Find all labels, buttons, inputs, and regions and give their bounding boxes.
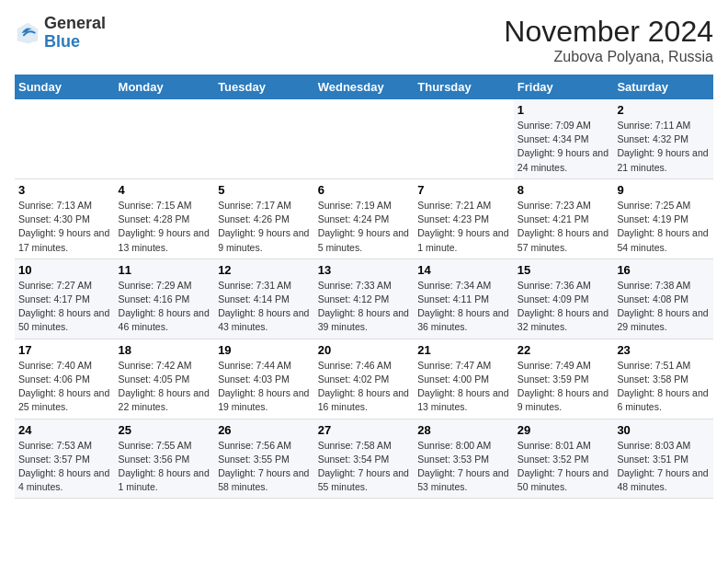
day-number: 11 xyxy=(119,263,211,277)
day-info: Sunrise: 7:29 AM Sunset: 4:16 PM Dayligh… xyxy=(119,279,211,335)
calendar-table: Sunday Monday Tuesday Wednesday Thursday… xyxy=(15,75,713,499)
day-number: 29 xyxy=(518,423,610,437)
day-info: Sunrise: 7:27 AM Sunset: 4:17 PM Dayligh… xyxy=(18,279,111,335)
day-info: Sunrise: 7:56 AM Sunset: 3:55 PM Dayligh… xyxy=(218,439,311,495)
day-number: 23 xyxy=(617,343,710,357)
table-row: 27Sunrise: 7:58 AM Sunset: 3:54 PM Dayli… xyxy=(314,419,415,499)
day-number: 16 xyxy=(617,263,710,277)
day-info: Sunrise: 7:51 AM Sunset: 3:58 PM Dayligh… xyxy=(617,359,710,415)
table-row: 7Sunrise: 7:21 AM Sunset: 4:23 PM Daylig… xyxy=(414,178,514,259)
day-info: Sunrise: 7:38 AM Sunset: 4:08 PM Dayligh… xyxy=(617,279,710,335)
day-info: Sunrise: 7:34 AM Sunset: 4:11 PM Dayligh… xyxy=(417,279,510,335)
table-row: 25Sunrise: 7:55 AM Sunset: 3:56 PM Dayli… xyxy=(115,419,215,499)
table-row: 8Sunrise: 7:23 AM Sunset: 4:21 PM Daylig… xyxy=(514,178,614,259)
day-number: 26 xyxy=(218,423,311,437)
day-info: Sunrise: 7:33 AM Sunset: 4:12 PM Dayligh… xyxy=(318,279,411,335)
table-row: 23Sunrise: 7:51 AM Sunset: 3:58 PM Dayli… xyxy=(613,339,713,419)
day-number: 19 xyxy=(218,343,311,357)
table-row: 4Sunrise: 7:15 AM Sunset: 4:28 PM Daylig… xyxy=(115,178,215,259)
table-row xyxy=(214,99,314,178)
day-info: Sunrise: 7:11 AM Sunset: 4:32 PM Dayligh… xyxy=(617,119,710,175)
month-title: November 2024 xyxy=(504,15,713,49)
table-row: 5Sunrise: 7:17 AM Sunset: 4:26 PM Daylig… xyxy=(214,178,314,259)
table-row: 3Sunrise: 7:13 AM Sunset: 4:30 PM Daylig… xyxy=(15,178,115,259)
day-number: 12 xyxy=(218,263,311,277)
day-number: 13 xyxy=(318,263,411,277)
day-info: Sunrise: 7:36 AM Sunset: 4:09 PM Dayligh… xyxy=(518,279,610,335)
day-info: Sunrise: 7:21 AM Sunset: 4:23 PM Dayligh… xyxy=(417,199,510,255)
day-number: 17 xyxy=(18,343,111,357)
table-row: 6Sunrise: 7:19 AM Sunset: 4:24 PM Daylig… xyxy=(314,178,415,259)
day-number: 22 xyxy=(518,343,610,357)
table-row: 2Sunrise: 7:11 AM Sunset: 4:32 PM Daylig… xyxy=(613,99,713,178)
day-number: 10 xyxy=(18,263,111,277)
day-number: 18 xyxy=(119,343,211,357)
table-row xyxy=(414,99,514,178)
table-row: 24Sunrise: 7:53 AM Sunset: 3:57 PM Dayli… xyxy=(15,419,115,499)
day-info: Sunrise: 7:31 AM Sunset: 4:14 PM Dayligh… xyxy=(218,279,311,335)
day-number: 24 xyxy=(18,423,111,437)
day-info: Sunrise: 7:58 AM Sunset: 3:54 PM Dayligh… xyxy=(318,439,411,495)
day-info: Sunrise: 7:55 AM Sunset: 3:56 PM Dayligh… xyxy=(119,439,211,495)
day-number: 21 xyxy=(417,343,510,357)
day-number: 3 xyxy=(18,183,111,197)
calendar-week-row: 1Sunrise: 7:09 AM Sunset: 4:34 PM Daylig… xyxy=(15,99,713,178)
calendar-week-row: 10Sunrise: 7:27 AM Sunset: 4:17 PM Dayli… xyxy=(15,259,713,339)
calendar-week-row: 24Sunrise: 7:53 AM Sunset: 3:57 PM Dayli… xyxy=(15,419,713,499)
table-row: 14Sunrise: 7:34 AM Sunset: 4:11 PM Dayli… xyxy=(414,259,514,339)
table-row: 19Sunrise: 7:44 AM Sunset: 4:03 PM Dayli… xyxy=(214,339,314,419)
day-number: 5 xyxy=(218,183,311,197)
day-info: Sunrise: 7:53 AM Sunset: 3:57 PM Dayligh… xyxy=(18,439,111,495)
header-sunday: Sunday xyxy=(15,75,115,99)
table-row: 18Sunrise: 7:42 AM Sunset: 4:05 PM Dayli… xyxy=(115,339,215,419)
calendar-header-row: Sunday Monday Tuesday Wednesday Thursday… xyxy=(15,75,713,99)
day-info: Sunrise: 7:23 AM Sunset: 4:21 PM Dayligh… xyxy=(518,199,610,255)
table-row xyxy=(115,99,215,178)
day-number: 15 xyxy=(518,263,610,277)
day-number: 25 xyxy=(119,423,211,437)
day-number: 8 xyxy=(518,183,610,197)
day-info: Sunrise: 7:44 AM Sunset: 4:03 PM Dayligh… xyxy=(218,359,311,415)
calendar-week-row: 17Sunrise: 7:40 AM Sunset: 4:06 PM Dayli… xyxy=(15,339,713,419)
table-row: 30Sunrise: 8:03 AM Sunset: 3:51 PM Dayli… xyxy=(613,419,713,499)
table-row xyxy=(15,99,115,178)
table-row xyxy=(314,99,415,178)
day-info: Sunrise: 7:09 AM Sunset: 4:34 PM Dayligh… xyxy=(518,119,610,175)
day-number: 6 xyxy=(318,183,411,197)
header-friday: Friday xyxy=(514,75,614,99)
day-info: Sunrise: 7:17 AM Sunset: 4:26 PM Dayligh… xyxy=(218,199,311,255)
day-info: Sunrise: 7:42 AM Sunset: 4:05 PM Dayligh… xyxy=(119,359,211,415)
table-row: 10Sunrise: 7:27 AM Sunset: 4:17 PM Dayli… xyxy=(15,259,115,339)
title-block: November 2024 Zubova Polyana, Russia xyxy=(504,15,713,65)
table-row: 29Sunrise: 8:01 AM Sunset: 3:52 PM Dayli… xyxy=(514,419,614,499)
day-info: Sunrise: 8:03 AM Sunset: 3:51 PM Dayligh… xyxy=(617,439,710,495)
day-info: Sunrise: 8:00 AM Sunset: 3:53 PM Dayligh… xyxy=(417,439,510,495)
day-info: Sunrise: 7:40 AM Sunset: 4:06 PM Dayligh… xyxy=(18,359,111,415)
table-row: 12Sunrise: 7:31 AM Sunset: 4:14 PM Dayli… xyxy=(214,259,314,339)
day-number: 30 xyxy=(617,423,710,437)
day-number: 20 xyxy=(318,343,411,357)
header-thursday: Thursday xyxy=(414,75,514,99)
page-header: General Blue November 2024 Zubova Polyan… xyxy=(15,15,713,65)
location: Zubova Polyana, Russia xyxy=(504,49,713,65)
day-info: Sunrise: 7:15 AM Sunset: 4:28 PM Dayligh… xyxy=(119,199,211,255)
day-info: Sunrise: 7:46 AM Sunset: 4:02 PM Dayligh… xyxy=(318,359,411,415)
day-info: Sunrise: 7:47 AM Sunset: 4:00 PM Dayligh… xyxy=(417,359,510,415)
day-info: Sunrise: 7:19 AM Sunset: 4:24 PM Dayligh… xyxy=(318,199,411,255)
day-number: 28 xyxy=(417,423,510,437)
calendar-week-row: 3Sunrise: 7:13 AM Sunset: 4:30 PM Daylig… xyxy=(15,178,713,259)
day-number: 14 xyxy=(417,263,510,277)
table-row: 20Sunrise: 7:46 AM Sunset: 4:02 PM Dayli… xyxy=(314,339,415,419)
table-row: 26Sunrise: 7:56 AM Sunset: 3:55 PM Dayli… xyxy=(214,419,314,499)
table-row: 21Sunrise: 7:47 AM Sunset: 4:00 PM Dayli… xyxy=(414,339,514,419)
table-row: 22Sunrise: 7:49 AM Sunset: 3:59 PM Dayli… xyxy=(514,339,614,419)
logo-general-text: General xyxy=(44,14,106,32)
table-row: 17Sunrise: 7:40 AM Sunset: 4:06 PM Dayli… xyxy=(15,339,115,419)
header-tuesday: Tuesday xyxy=(214,75,314,99)
header-saturday: Saturday xyxy=(613,75,713,99)
logo: General Blue xyxy=(15,15,106,52)
logo-icon xyxy=(15,20,40,46)
table-row: 1Sunrise: 7:09 AM Sunset: 4:34 PM Daylig… xyxy=(514,99,614,178)
day-info: Sunrise: 7:25 AM Sunset: 4:19 PM Dayligh… xyxy=(617,199,710,255)
table-row: 28Sunrise: 8:00 AM Sunset: 3:53 PM Dayli… xyxy=(414,419,514,499)
